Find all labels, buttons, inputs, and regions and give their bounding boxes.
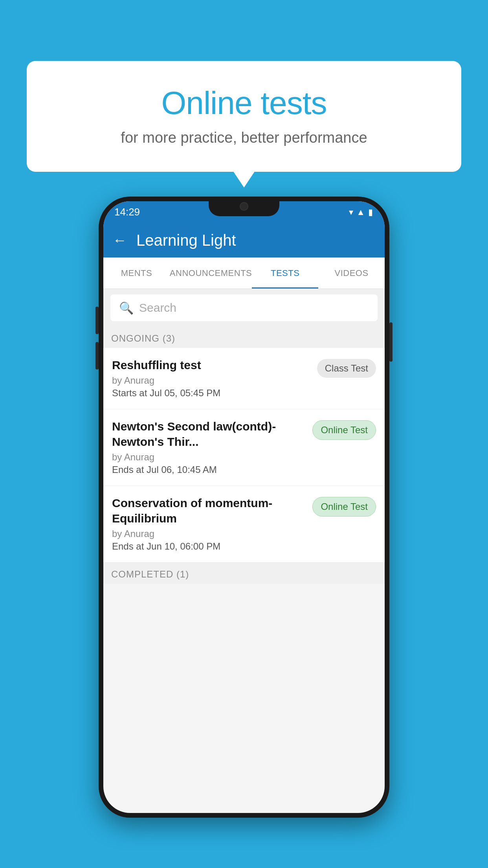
wifi-icon: ▾ bbox=[349, 207, 353, 217]
tab-videos[interactable]: VIDEOS bbox=[318, 257, 385, 289]
status-time: 14:29 bbox=[114, 206, 140, 218]
completed-title: COMPLETED (1) bbox=[111, 569, 189, 579]
speech-bubble: Online tests for more practice, better p… bbox=[27, 61, 461, 172]
power-button[interactable] bbox=[389, 322, 393, 362]
test-time-2: Ends at Jul 06, 10:45 AM bbox=[112, 464, 306, 475]
tab-bar: MENTS ANNOUNCEMENTS TESTS VIDEOS bbox=[103, 257, 385, 289]
search-icon: 🔍 bbox=[119, 301, 134, 315]
tab-ments[interactable]: MENTS bbox=[103, 257, 170, 289]
completed-section-header: COMPLETED (1) bbox=[103, 563, 385, 584]
phone-container: 14:29 ▾ ▲ ▮ ← Learning Light MENTS ANNOU… bbox=[99, 197, 389, 818]
search-placeholder: Search bbox=[139, 301, 176, 314]
test-item-newtons[interactable]: Newton's Second law(contd)-Newton's Thir… bbox=[103, 409, 385, 486]
test-author-3: by Anurag bbox=[112, 528, 306, 539]
phone-screen: 14:29 ▾ ▲ ▮ ← Learning Light MENTS ANNOU… bbox=[103, 201, 385, 813]
test-time-3: Ends at Jun 10, 06:00 PM bbox=[112, 541, 306, 552]
app-header: ← Learning Light bbox=[103, 223, 385, 257]
search-container: 🔍 Search bbox=[103, 289, 385, 327]
speech-bubble-container: Online tests for more practice, better p… bbox=[27, 61, 461, 172]
test-info-1: Reshuffling test by Anurag Starts at Jul… bbox=[112, 357, 317, 399]
bubble-title: Online tests bbox=[58, 85, 430, 121]
volume-up-button[interactable] bbox=[95, 307, 99, 334]
signal-icon: ▲ bbox=[356, 207, 365, 217]
bubble-subtitle: for more practice, better performance bbox=[58, 129, 430, 146]
back-arrow-icon[interactable]: ← bbox=[113, 232, 127, 248]
front-camera bbox=[240, 202, 248, 211]
test-badge-1: Class Test bbox=[317, 359, 376, 378]
tab-tests[interactable]: TESTS bbox=[252, 257, 318, 289]
test-badge-3: Online Test bbox=[312, 497, 376, 517]
status-icons: ▾ ▲ ▮ bbox=[349, 207, 373, 217]
test-time-1: Starts at Jul 05, 05:45 PM bbox=[112, 388, 311, 399]
test-item-conservation[interactable]: Conservation of momentum-Equilibrium by … bbox=[103, 486, 385, 563]
battery-icon: ▮ bbox=[368, 207, 373, 217]
test-list: Reshuffling test by Anurag Starts at Jul… bbox=[103, 348, 385, 563]
ongoing-section-header: ONGOING (3) bbox=[103, 327, 385, 348]
test-title-2: Newton's Second law(contd)-Newton's Thir… bbox=[112, 419, 306, 449]
test-author-1: by Anurag bbox=[112, 375, 311, 386]
test-author-2: by Anurag bbox=[112, 452, 306, 463]
search-bar[interactable]: 🔍 Search bbox=[110, 294, 378, 321]
phone-notch bbox=[209, 197, 279, 216]
ongoing-title: ONGOING (3) bbox=[111, 333, 175, 344]
phone-frame: 14:29 ▾ ▲ ▮ ← Learning Light MENTS ANNOU… bbox=[99, 197, 389, 818]
app-title: Learning Light bbox=[136, 232, 236, 249]
test-title-3: Conservation of momentum-Equilibrium bbox=[112, 495, 306, 526]
test-info-2: Newton's Second law(contd)-Newton's Thir… bbox=[112, 419, 312, 475]
test-title-1: Reshuffling test bbox=[112, 357, 311, 373]
test-badge-2: Online Test bbox=[312, 420, 376, 440]
test-item-reshuffling[interactable]: Reshuffling test by Anurag Starts at Jul… bbox=[103, 348, 385, 409]
volume-down-button[interactable] bbox=[95, 342, 99, 370]
tab-announcements[interactable]: ANNOUNCEMENTS bbox=[170, 257, 252, 289]
test-info-3: Conservation of momentum-Equilibrium by … bbox=[112, 495, 312, 552]
